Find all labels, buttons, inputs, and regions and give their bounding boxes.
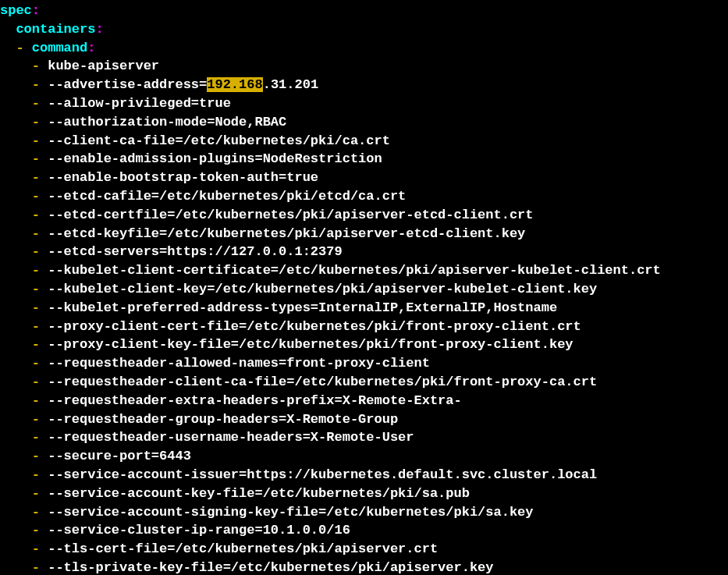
item-text: --service-cluster-ip-range=10.1.0.0/16 xyxy=(48,523,350,538)
item-text: --allow-privileged=true xyxy=(48,96,231,111)
containers-key: containers xyxy=(16,22,95,37)
item-text: --etcd-cafile=/etc/kubernetes/pki/etcd/c… xyxy=(48,189,406,204)
yaml-item-line: - --client-ca-file=/etc/kubernetes/pki/c… xyxy=(0,132,728,151)
yaml-item-line: - --proxy-client-key-file=/etc/kubernete… xyxy=(0,335,728,354)
yaml-item-line: - --requestheader-group-headers=X-Remote… xyxy=(0,410,728,429)
item-text: --tls-cert-file=/etc/kubernetes/pki/apis… xyxy=(48,541,438,556)
dash: - xyxy=(32,300,40,315)
dash: - xyxy=(32,374,40,389)
yaml-item-line: - --tls-private-key-file=/etc/kubernetes… xyxy=(0,559,728,575)
yaml-item-line: - --kubelet-client-key=/etc/kubernetes/p… xyxy=(0,280,728,299)
yaml-item-line: - --requestheader-allowed-names=front-pr… xyxy=(0,354,728,373)
dash: - xyxy=(32,430,40,445)
dash: - xyxy=(32,449,40,463)
dash: - xyxy=(32,226,40,241)
dash: - xyxy=(32,170,40,185)
yaml-item-line: - --etcd-keyfile=/etc/kubernetes/pki/api… xyxy=(0,225,728,243)
dash: - xyxy=(32,151,40,166)
dash: - xyxy=(32,412,40,427)
item-text: --requestheader-extra-headers-prefix=X-R… xyxy=(48,393,462,408)
dash: - xyxy=(32,486,40,501)
colon: : xyxy=(95,22,103,37)
yaml-code-block: spec: containers: - command: - kube-apis… xyxy=(0,0,728,575)
dash: - xyxy=(32,96,40,111)
item-text: --enable-bootstrap-token-auth=true xyxy=(48,170,318,185)
yaml-item-line: - --requestheader-username-headers=X-Rem… xyxy=(0,428,728,447)
item-text: --kubelet-preferred-address-types=Intern… xyxy=(48,300,557,315)
spec-line: spec: xyxy=(0,2,728,20)
dash: - xyxy=(32,356,40,371)
yaml-item-line: - --service-account-issuer=https://kuber… xyxy=(0,466,728,484)
dash: - xyxy=(32,319,40,334)
item-text: --proxy-client-key-file=/etc/kubernetes/… xyxy=(48,337,573,352)
dash: - xyxy=(32,77,40,92)
item-text: --advertise-address= xyxy=(48,77,207,92)
item-text: --requestheader-username-headers=X-Remot… xyxy=(48,430,414,445)
colon: : xyxy=(87,41,95,55)
item-text: --requestheader-client-ca-file=/etc/kube… xyxy=(48,374,597,389)
dash: - xyxy=(32,59,40,73)
yaml-item-line: - kube-apiserver xyxy=(0,57,728,76)
item-text: .31.201 xyxy=(263,77,318,92)
yaml-item-line: - --etcd-servers=https://127.0.0.1:2379 xyxy=(0,243,728,261)
colon: : xyxy=(32,3,40,18)
yaml-item-line: - --tls-cert-file=/etc/kubernetes/pki/ap… xyxy=(0,540,728,559)
yaml-item-line: - --kubelet-client-certificate=/etc/kube… xyxy=(0,261,728,280)
item-text: --requestheader-allowed-names=front-prox… xyxy=(48,356,430,371)
containers-line: containers: xyxy=(0,20,728,39)
yaml-item-line: - --enable-admission-plugins=NodeRestric… xyxy=(0,150,728,169)
dash: - xyxy=(32,282,40,296)
dash: - xyxy=(32,560,40,575)
item-text: --proxy-client-cert-file=/etc/kubernetes… xyxy=(48,319,581,334)
dash: - xyxy=(32,133,40,148)
yaml-item-line: - --requestheader-extra-headers-prefix=X… xyxy=(0,392,728,410)
item-text: kube-apiserver xyxy=(48,59,159,73)
item-text: --etcd-servers=https://127.0.0.1:2379 xyxy=(48,244,342,259)
item-text: --etcd-keyfile=/etc/kubernetes/pki/apise… xyxy=(48,226,525,241)
yaml-item-line: - --kubelet-preferred-address-types=Inte… xyxy=(0,299,728,318)
item-text: --service-account-key-file=/etc/kubernet… xyxy=(48,486,470,501)
dash: - xyxy=(32,244,40,259)
item-text: --kubelet-client-key=/etc/kubernetes/pki… xyxy=(48,282,597,296)
yaml-item-line: - --service-account-signing-key-file=/et… xyxy=(0,503,728,522)
dash: - xyxy=(32,467,40,482)
yaml-item-line: - --authorization-mode=Node,RBAC xyxy=(0,113,728,132)
yaml-item-line: - --service-account-key-file=/etc/kubern… xyxy=(0,484,728,503)
dash: - xyxy=(32,541,40,556)
search-highlight: 192.168 xyxy=(207,77,262,92)
dash: - xyxy=(16,41,23,55)
item-text: --kubelet-client-certificate=/etc/kubern… xyxy=(48,263,661,278)
dash: - xyxy=(32,115,40,130)
dash: - xyxy=(32,337,40,352)
yaml-item-line: - --proxy-client-cert-file=/etc/kubernet… xyxy=(0,318,728,336)
yaml-item-line: - --secure-port=6443 xyxy=(0,447,728,466)
yaml-item-line: - --service-cluster-ip-range=10.1.0.0/16 xyxy=(0,521,728,540)
item-text: --secure-port=6443 xyxy=(48,449,191,463)
command-key: command xyxy=(32,41,87,55)
item-text: --service-account-issuer=https://kuberne… xyxy=(48,467,597,482)
dash: - xyxy=(32,208,40,222)
item-text: --etcd-certfile=/etc/kubernetes/pki/apis… xyxy=(48,208,533,222)
yaml-item-line: - --allow-privileged=true xyxy=(0,94,728,113)
yaml-item-line: - --advertise-address=192.168.31.201 xyxy=(0,76,728,94)
item-text: --requestheader-group-headers=X-Remote-G… xyxy=(48,412,398,427)
yaml-item-line: - --enable-bootstrap-token-auth=true xyxy=(0,169,728,187)
yaml-item-line: - --etcd-cafile=/etc/kubernetes/pki/etcd… xyxy=(0,187,728,206)
spec-key: spec xyxy=(0,3,32,18)
yaml-item-line: - --requestheader-client-ca-file=/etc/ku… xyxy=(0,373,728,392)
dash: - xyxy=(32,505,40,520)
item-text: --authorization-mode=Node,RBAC xyxy=(48,115,286,130)
dash: - xyxy=(32,263,40,278)
dash: - xyxy=(32,189,40,204)
command-line: - command: xyxy=(0,39,728,58)
item-text: --enable-admission-plugins=NodeRestricti… xyxy=(48,151,382,166)
item-text: --client-ca-file=/etc/kubernetes/pki/ca.… xyxy=(48,133,390,148)
dash: - xyxy=(32,393,40,408)
item-text: --service-account-signing-key-file=/etc/… xyxy=(48,505,533,520)
dash: - xyxy=(32,523,40,538)
item-text: --tls-private-key-file=/etc/kubernetes/p… xyxy=(48,560,493,575)
yaml-item-line: - --etcd-certfile=/etc/kubernetes/pki/ap… xyxy=(0,206,728,225)
